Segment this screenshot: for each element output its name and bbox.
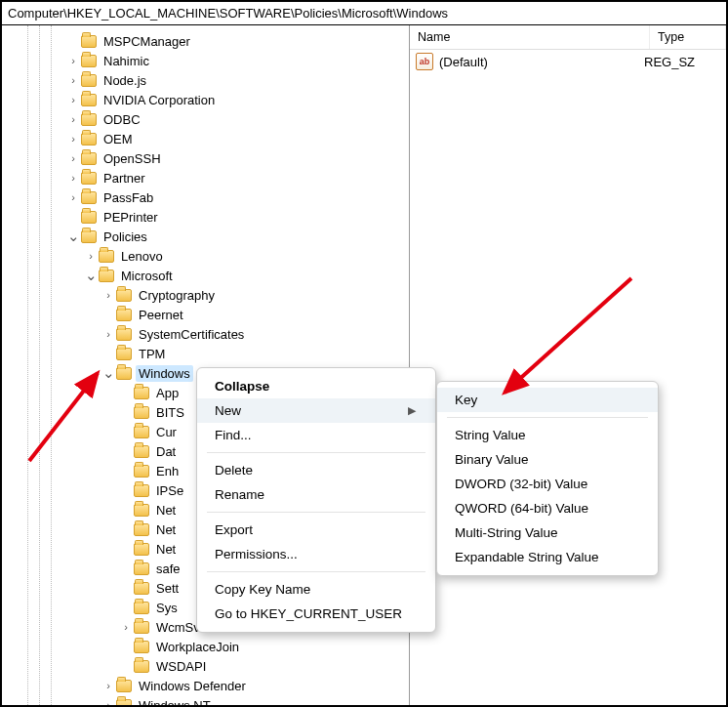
tree-node-label[interactable]: Lenovo xyxy=(118,248,166,265)
tree-node-label[interactable]: SystemCertificates xyxy=(136,326,247,343)
list-row[interactable]: ab (Default) REG_SZ xyxy=(410,50,726,73)
tree-node-label[interactable]: Microsoft xyxy=(118,268,176,284)
tree-node-label[interactable]: Cryptography xyxy=(136,287,218,304)
tree-node[interactable]: WorkplaceJoin xyxy=(2,637,409,656)
ctx-collapse[interactable]: Collapse xyxy=(197,374,435,398)
tree-node[interactable]: ›Lenovo xyxy=(2,246,409,266)
chevron-right-icon[interactable]: › xyxy=(66,55,80,66)
tree-node[interactable]: ›ODBC xyxy=(2,109,409,129)
tree-node[interactable]: TPM xyxy=(2,344,409,363)
tree-node[interactable]: ›Windows NT xyxy=(2,695,409,705)
col-header-type[interactable]: Type xyxy=(650,25,726,49)
folder-icon xyxy=(134,504,149,517)
ctx-new-multi[interactable]: Multi-String Value xyxy=(437,520,658,545)
ctx-permissions[interactable]: Permissions... xyxy=(197,542,435,566)
tree-node-label[interactable]: Peernet xyxy=(136,307,186,323)
tree-node[interactable]: ›OEM xyxy=(2,129,409,148)
tree-node[interactable]: ›OpenSSH xyxy=(2,148,409,168)
ctx-delete[interactable]: Delete xyxy=(197,458,435,482)
tree-node[interactable]: PEPrinter xyxy=(2,207,409,227)
tree-node[interactable]: ›NVIDIA Corporation xyxy=(2,90,409,109)
ctx-new[interactable]: New ▶ xyxy=(197,398,435,423)
tree-node-label[interactable]: Net xyxy=(153,502,179,519)
chevron-right-icon[interactable]: › xyxy=(101,680,115,691)
tree-node-label[interactable]: PassFab xyxy=(101,189,156,206)
tree-node-label[interactable]: Windows Defender xyxy=(136,678,249,694)
ctx-new-dword[interactable]: DWORD (32-bit) Value xyxy=(437,472,658,496)
tree-node-label[interactable]: Policies xyxy=(101,229,150,245)
ctx-new-key[interactable]: Key xyxy=(437,388,658,412)
ctx-new-string[interactable]: String Value xyxy=(437,423,658,447)
chevron-down-icon[interactable]: ⌄ xyxy=(84,271,98,279)
tree-node-label[interactable]: OEM xyxy=(101,131,136,147)
tree-node-label[interactable]: Sett xyxy=(153,580,182,597)
chevron-right-icon[interactable]: › xyxy=(66,133,80,145)
tree-node-label[interactable]: WorkplaceJoin xyxy=(153,639,242,655)
chevron-right-icon[interactable]: › xyxy=(66,172,80,184)
values-pane[interactable]: Name Type ab (Default) REG_SZ xyxy=(410,25,726,705)
context-submenu-new[interactable]: Key String Value Binary Value DWORD (32-… xyxy=(436,381,659,576)
tree-node-label[interactable]: Partner xyxy=(101,170,148,187)
tree-node-label[interactable]: BITS xyxy=(153,404,187,421)
ctx-find[interactable]: Find... xyxy=(197,423,435,447)
tree-node[interactable]: ›Windows Defender xyxy=(2,676,409,695)
tree-node-label[interactable]: Cur xyxy=(153,424,180,440)
list-header[interactable]: Name Type xyxy=(410,25,726,50)
chevron-right-icon[interactable]: › xyxy=(101,699,115,705)
tree-node-label[interactable]: PEPrinter xyxy=(101,209,161,226)
tree-node[interactable]: ›Node.js xyxy=(2,70,409,90)
tree-node-label[interactable]: Windows xyxy=(136,365,193,382)
tree-node-label[interactable]: TPM xyxy=(136,346,168,362)
tree-node-label[interactable]: WSDAPI xyxy=(153,658,209,675)
chevron-right-icon[interactable]: › xyxy=(119,621,133,633)
tree-node[interactable]: ›SystemCertificates xyxy=(2,324,409,344)
chevron-right-icon[interactable]: › xyxy=(66,113,80,125)
tree-node-label[interactable]: Net xyxy=(153,541,179,558)
tree-node-label[interactable]: NVIDIA Corporation xyxy=(101,92,218,108)
tree-node-label[interactable]: Windows NT xyxy=(136,697,214,706)
tree-node-label[interactable]: Node.js xyxy=(101,72,149,89)
tree-node-label[interactable]: Dat xyxy=(153,443,179,460)
address-bar[interactable]: Computer\HKEY_LOCAL_MACHINE\SOFTWARE\Pol… xyxy=(2,2,726,25)
ctx-new-expand[interactable]: Expandable String Value xyxy=(437,545,658,569)
ctx-rename[interactable]: Rename xyxy=(197,482,435,507)
tree-node[interactable]: ›Cryptography xyxy=(2,285,409,305)
chevron-right-icon[interactable]: › xyxy=(66,152,80,164)
tree-node-label[interactable]: App xyxy=(153,385,182,401)
col-header-name[interactable]: Name xyxy=(410,25,650,49)
chevron-down-icon[interactable]: ⌄ xyxy=(66,232,80,240)
tree-node[interactable]: ⌄Policies xyxy=(2,227,409,246)
tree-node[interactable]: ›Nahimic xyxy=(2,51,409,70)
tree-node-label[interactable]: ODBC xyxy=(101,111,143,128)
ctx-goto-hkcu[interactable]: Go to HKEY_CURRENT_USER xyxy=(197,602,435,626)
ctx-new-binary[interactable]: Binary Value xyxy=(437,447,658,472)
folder-icon xyxy=(81,230,97,243)
ctx-new-qword[interactable]: QWORD (64-bit) Value xyxy=(437,496,658,520)
tree-node[interactable]: ⌄Microsoft xyxy=(2,266,409,285)
ctx-copy-key-name[interactable]: Copy Key Name xyxy=(197,577,435,602)
chevron-right-icon[interactable]: › xyxy=(101,328,115,340)
chevron-right-icon[interactable]: › xyxy=(66,191,80,203)
folder-icon xyxy=(134,621,149,634)
tree-node[interactable]: WSDAPI xyxy=(2,656,409,676)
tree-node-label[interactable]: OpenSSH xyxy=(101,150,164,167)
tree-node-label[interactable]: Sys xyxy=(153,600,181,616)
tree-node[interactable]: MSPCManager xyxy=(2,31,409,51)
chevron-right-icon[interactable]: › xyxy=(84,250,98,262)
chevron-right-icon[interactable]: › xyxy=(66,74,80,86)
folder-icon xyxy=(134,387,149,399)
tree-node[interactable]: Peernet xyxy=(2,305,409,324)
tree-node-label[interactable]: Net xyxy=(153,521,179,538)
tree-node[interactable]: ›Partner xyxy=(2,168,409,187)
context-menu[interactable]: Collapse New ▶ Find... Delete Rename Exp… xyxy=(196,367,436,633)
tree-node-label[interactable]: safe xyxy=(153,561,183,577)
chevron-right-icon[interactable]: › xyxy=(66,94,80,105)
tree-node-label[interactable]: Nahimic xyxy=(101,53,152,69)
tree-node-label[interactable]: MSPCManager xyxy=(101,33,193,50)
chevron-right-icon[interactable]: › xyxy=(101,289,115,301)
ctx-export[interactable]: Export xyxy=(197,518,435,542)
tree-node-label[interactable]: Enh xyxy=(153,463,182,479)
chevron-down-icon[interactable]: ⌄ xyxy=(101,369,115,377)
tree-node-label[interactable]: IPSe xyxy=(153,482,186,499)
tree-node[interactable]: ›PassFab xyxy=(2,187,409,207)
